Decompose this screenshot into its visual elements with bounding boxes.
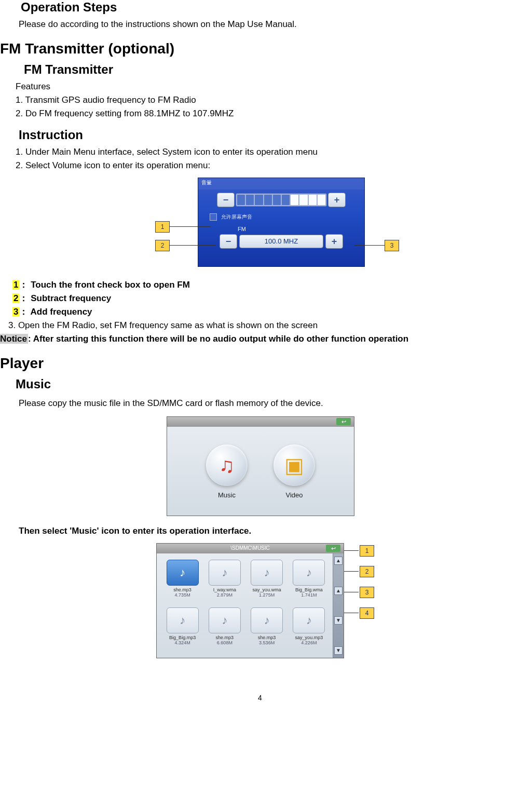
- music-file-icon: ♪: [251, 560, 283, 586]
- callout-3-num: 3: [12, 307, 19, 317]
- callout-2-line: 2： Subtract frequency: [12, 292, 520, 305]
- music-file-item[interactable]: ♪Big_Big.mp34.324M: [163, 607, 202, 652]
- music-file-icon: ♪: [167, 607, 199, 633]
- video-icon: ▣: [273, 444, 315, 486]
- ml-callout-2: 2: [360, 566, 374, 577]
- operation-steps-heading: Operation Steps: [21, 0, 520, 15]
- player-intro: Please copy the music file in the SD/MMC…: [19, 397, 520, 410]
- page-number: 4: [0, 694, 520, 702]
- ml-callout-3: 3: [360, 587, 374, 598]
- player-menu-titlebar: ↩: [167, 417, 354, 427]
- music-file-icon: ♪: [293, 607, 325, 633]
- music-file-size: 1.741M: [301, 592, 317, 598]
- ml-lead-4: [344, 613, 359, 613]
- music-file-name: Big_Big.wma: [295, 587, 323, 592]
- freq-plus-button[interactable]: +: [325, 234, 343, 249]
- music-file-name: say_you.wma: [253, 587, 281, 592]
- player-menu-screen: ↩ ♫ Music ▣ Video: [167, 416, 354, 516]
- feature-1: 1. Transmit GPS audio frequency to FM Ra…: [16, 93, 520, 107]
- music-file-icon: ♪: [251, 607, 283, 633]
- music-file-icon: ♪: [293, 560, 325, 586]
- music-file-icon: ♪: [167, 560, 199, 586]
- page-down-button[interactable]: ▼: [334, 616, 343, 625]
- operation-steps-body: Please do according to the instructions …: [19, 18, 520, 31]
- music-file-name: she.mp3: [258, 635, 276, 640]
- ml-callout-1: 1: [360, 545, 374, 557]
- music-file-size: 3.536M: [259, 640, 275, 645]
- fm-label: FM: [238, 226, 364, 232]
- screen-sound-checkbox[interactable]: [210, 213, 217, 221]
- music-file-size: 1.275M: [259, 592, 275, 598]
- callout-2: 2: [155, 240, 170, 251]
- music-file-name: she.mp3: [173, 587, 191, 592]
- scroll-down-button[interactable]: ▼: [334, 646, 343, 655]
- back-button-2[interactable]: ↩: [326, 545, 340, 552]
- freq-display: 100.0 MHZ: [239, 235, 323, 248]
- music-file-name: she.mp3: [216, 635, 234, 640]
- music-label: Music: [218, 491, 236, 499]
- instruction-2: 2. Select Volume icon to enter its opera…: [16, 159, 520, 172]
- music-heading: Music: [16, 377, 520, 391]
- callout-1-num: 1: [12, 280, 19, 290]
- music-file-item[interactable]: ♪say_you.mp34.226M: [290, 607, 329, 652]
- music-file-item[interactable]: ♪she.mp34.735M: [163, 560, 202, 604]
- fm-screenshot: 音量 − + 允许屏幕声音 FM − 100.0 MHZ + 1 2 3: [78, 178, 442, 271]
- music-list-path: \SDMMC\MUSIC: [230, 545, 270, 551]
- ml-lead-3: [344, 592, 359, 592]
- back-button[interactable]: ↩: [336, 418, 351, 425]
- music-list-screenshot: \SDMMC\MUSIC ↩ ♪she.mp34.735M♪I_way.wma2…: [99, 543, 421, 662]
- callout-1: 1: [155, 221, 170, 233]
- callout-3-text: Add frequency: [31, 307, 92, 317]
- volume-track[interactable]: [236, 193, 327, 207]
- music-file-item[interactable]: ♪I_way.wma2.879M: [205, 560, 244, 604]
- fm-heading: FM Transmitter (optional): [0, 40, 520, 57]
- player-heading: Player: [0, 355, 520, 372]
- video-label: Video: [285, 491, 303, 499]
- music-file-item[interactable]: ♪say_you.wma1.275M: [248, 560, 286, 604]
- instruction-heading: Instruction: [19, 128, 520, 142]
- callout-1-text: Touch the front check box to open FM: [31, 280, 190, 290]
- notice-line: Notice: After starting this function the…: [0, 332, 520, 346]
- lead-line-2: [169, 245, 216, 246]
- lead-line-3: [354, 245, 385, 246]
- notice-rest: : After starting this function there wil…: [28, 334, 408, 344]
- music-menu-item[interactable]: ♫ Music: [206, 444, 248, 499]
- scroll-up-button[interactable]: ▲: [334, 557, 343, 565]
- freq-minus-button[interactable]: −: [220, 234, 237, 249]
- volume-minus-button[interactable]: −: [217, 193, 235, 207]
- lead-line-1: [169, 226, 211, 227]
- features-label: Features: [16, 80, 520, 93]
- volume-row: − +: [198, 193, 364, 207]
- ml-lead-1: [344, 550, 359, 551]
- feature-2: 2. Do FM frequency setting from 88.1MHZ …: [16, 107, 520, 120]
- music-file-icon: ♪: [209, 607, 241, 633]
- music-file-size: 2.879M: [217, 592, 232, 598]
- music-file-size: 4.226M: [301, 640, 317, 645]
- music-file-item[interactable]: ♪she.mp33.536M: [248, 607, 286, 652]
- fm-subheading: FM Transmitter: [24, 62, 520, 77]
- step-3: 3. Open the FM Radio, set FM frequency s…: [8, 319, 520, 332]
- music-file-item[interactable]: ♪she.mp36.608M: [205, 607, 244, 652]
- music-file-name: Big_Big.mp3: [169, 635, 196, 640]
- volume-plus-button[interactable]: +: [328, 193, 346, 207]
- music-file-size: 6.608M: [217, 640, 232, 645]
- callout-3: 3: [385, 240, 399, 251]
- screen-sound-label: 允许屏幕声音: [221, 213, 252, 221]
- music-file-size: 4.735M: [175, 592, 190, 598]
- fm-titlebar: 音量: [198, 178, 364, 190]
- player-menu-screenshot: ↩ ♫ Music ▣ Video: [167, 416, 353, 516]
- music-file-name: say_you.mp3: [295, 635, 323, 640]
- video-menu-item[interactable]: ▣ Video: [273, 444, 315, 499]
- fm-screen: 音量 − + 允许屏幕声音 FM − 100.0 MHZ +: [198, 178, 365, 267]
- notice-prefix: Notice: [0, 334, 28, 344]
- music-file-item[interactable]: ♪Big_Big.wma1.741M: [290, 560, 329, 604]
- callout-3-line: 3： Add frequency: [12, 305, 520, 319]
- ml-callout-4: 4: [360, 607, 374, 619]
- callout-2-text: Subtract frequency: [31, 293, 111, 303]
- then-select-line: Then select 'Music' icon to enter its op…: [19, 524, 520, 538]
- music-grid: ♪she.mp34.735M♪I_way.wma2.879M♪say_you.w…: [157, 553, 333, 658]
- callout-1-line: 1： Touch the front check box to open FM: [12, 278, 520, 292]
- music-icon: ♫: [206, 444, 248, 486]
- page-up-button[interactable]: ▲: [334, 587, 343, 595]
- music-file-icon: ♪: [209, 560, 241, 586]
